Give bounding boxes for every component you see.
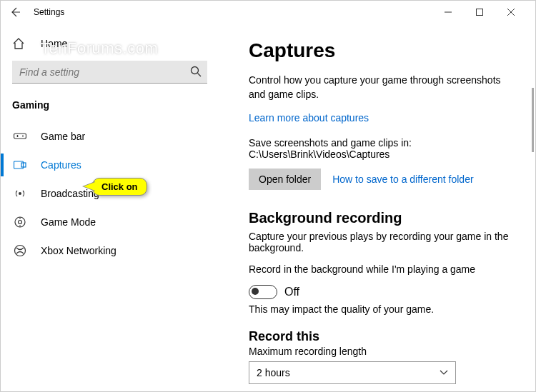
- max-length-label: Maximum recording length: [249, 346, 512, 357]
- search-input[interactable]: [12, 61, 207, 84]
- dropdown-value: 2 hours: [257, 367, 290, 378]
- svg-line-5: [198, 74, 202, 77]
- home-icon: [12, 37, 28, 50]
- back-button[interactable]: [9, 6, 31, 18]
- home-nav[interactable]: Home: [1, 29, 219, 58]
- max-length-dropdown[interactable]: 2 hours: [249, 361, 456, 384]
- bg-recording-heading: Background recording: [249, 210, 512, 226]
- window-title: Settings: [34, 7, 64, 17]
- svg-point-12: [19, 192, 21, 195]
- sidebar-item-label: Game Mode: [41, 216, 96, 228]
- bg-toggle-state: Off: [284, 286, 299, 298]
- page-heading: Captures: [249, 39, 512, 62]
- intro-text: Control how you capture your game throug…: [249, 74, 512, 101]
- annotation-callout: Click on: [92, 178, 147, 196]
- sidebar: Home Gaming Game bar Captures: [1, 24, 219, 391]
- home-label: Home: [41, 38, 67, 49]
- svg-point-14: [19, 221, 22, 224]
- bg-toggle-label: Record in the background while I'm playi…: [249, 263, 512, 275]
- sidebar-item-game-mode[interactable]: Game Mode: [1, 208, 219, 236]
- close-button[interactable]: [495, 1, 527, 24]
- sidebar-item-captures[interactable]: Captures: [1, 151, 219, 179]
- sidebar-item-game-bar[interactable]: Game bar: [1, 122, 219, 151]
- learn-more-link[interactable]: Learn more about captures: [249, 112, 369, 124]
- scrollbar[interactable]: [532, 88, 534, 152]
- how-to-save-link[interactable]: How to save to a different folder: [332, 174, 473, 185]
- category-heading: Gaming: [1, 95, 219, 116]
- svg-point-7: [22, 136, 24, 137]
- record-this-heading: Record this: [249, 329, 512, 344]
- search-icon[interactable]: [190, 66, 202, 77]
- maximize-button[interactable]: [464, 1, 495, 24]
- sidebar-item-xbox-networking[interactable]: Xbox Networking: [1, 236, 219, 265]
- bg-record-toggle[interactable]: [249, 285, 277, 299]
- svg-rect-6: [14, 134, 26, 139]
- game-mode-icon: [12, 216, 28, 228]
- chevron-down-icon: [440, 370, 448, 376]
- svg-point-4: [192, 67, 199, 74]
- callout-text: Click on: [92, 178, 147, 196]
- captures-icon: [12, 160, 28, 170]
- main-panel: Captures Control how you capture your ga…: [219, 24, 535, 391]
- minimize-button[interactable]: [432, 1, 464, 24]
- impact-note: This may impact the quality of your game…: [249, 303, 512, 315]
- save-path-label: Save screenshots and game clips in: C:\U…: [249, 137, 512, 160]
- open-folder-button[interactable]: Open folder: [249, 169, 321, 190]
- window-titlebar: Settings: [1, 1, 535, 24]
- bg-recording-sub: Capture your previous plays by recording…: [249, 231, 512, 253]
- broadcasting-icon: [12, 188, 28, 199]
- sidebar-item-label: Xbox Networking: [41, 245, 116, 256]
- game-bar-icon: [12, 131, 28, 141]
- svg-point-17: [15, 246, 26, 256]
- xbox-icon: [12, 244, 28, 257]
- sidebar-item-label: Captures: [41, 159, 81, 171]
- svg-rect-1: [477, 9, 483, 16]
- sidebar-item-label: Game bar: [41, 131, 85, 142]
